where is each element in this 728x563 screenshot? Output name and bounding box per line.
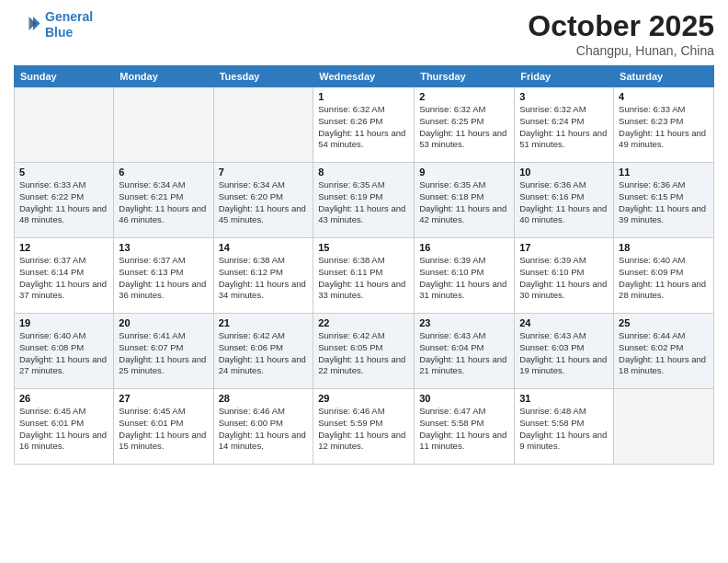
- day-number: 24: [519, 317, 609, 328]
- calendar-cell: 17Sunrise: 6:39 AM Sunset: 6:10 PM Dayli…: [515, 238, 614, 314]
- calendar-cell: 20Sunrise: 6:41 AM Sunset: 6:07 PM Dayli…: [114, 314, 213, 389]
- calendar-week-row: 12Sunrise: 6:37 AM Sunset: 6:14 PM Dayli…: [15, 238, 714, 314]
- calendar-week-row: 19Sunrise: 6:40 AM Sunset: 6:08 PM Dayli…: [15, 314, 714, 389]
- calendar-cell: 13Sunrise: 6:37 AM Sunset: 6:13 PM Dayli…: [114, 238, 213, 314]
- calendar-cell: 28Sunrise: 6:46 AM Sunset: 6:00 PM Dayli…: [213, 389, 313, 465]
- day-number: 5: [19, 167, 108, 178]
- day-info: Sunrise: 6:42 AM Sunset: 6:06 PM Dayligh…: [219, 330, 309, 377]
- day-number: 4: [619, 91, 709, 102]
- day-number: 13: [119, 242, 208, 253]
- logo-text: General Blue: [45, 9, 93, 40]
- day-info: Sunrise: 6:46 AM Sunset: 6:00 PM Dayligh…: [219, 406, 309, 453]
- day-number: 17: [519, 242, 609, 253]
- day-info: Sunrise: 6:46 AM Sunset: 5:59 PM Dayligh…: [318, 406, 409, 453]
- header-wednesday: Wednesday: [313, 66, 415, 87]
- day-info: Sunrise: 6:35 AM Sunset: 6:19 PM Dayligh…: [318, 179, 409, 226]
- calendar-table: Sunday Monday Tuesday Wednesday Thursday…: [14, 65, 714, 465]
- header: General Blue October 2025 Changpu, Hunan…: [14, 9, 714, 58]
- day-number: 7: [219, 167, 309, 178]
- weekday-header-row: Sunday Monday Tuesday Wednesday Thursday…: [15, 66, 714, 87]
- header-sunday: Sunday: [15, 66, 114, 87]
- calendar-cell: 10Sunrise: 6:36 AM Sunset: 6:16 PM Dayli…: [515, 163, 614, 238]
- day-number: 6: [119, 167, 208, 178]
- calendar-cell: 6Sunrise: 6:34 AM Sunset: 6:21 PM Daylig…: [114, 163, 213, 238]
- day-number: 11: [619, 167, 709, 178]
- calendar-cell: 29Sunrise: 6:46 AM Sunset: 5:59 PM Dayli…: [313, 389, 415, 465]
- day-info: Sunrise: 6:34 AM Sunset: 6:21 PM Dayligh…: [119, 179, 208, 226]
- calendar-cell: 31Sunrise: 6:48 AM Sunset: 5:58 PM Dayli…: [515, 389, 614, 465]
- day-number: 10: [519, 167, 609, 178]
- day-info: Sunrise: 6:33 AM Sunset: 6:22 PM Dayligh…: [19, 179, 108, 226]
- day-number: 20: [119, 317, 208, 328]
- day-number: 2: [419, 91, 509, 102]
- day-info: Sunrise: 6:39 AM Sunset: 6:10 PM Dayligh…: [519, 255, 609, 302]
- day-number: 14: [219, 242, 309, 253]
- day-info: Sunrise: 6:38 AM Sunset: 6:11 PM Dayligh…: [318, 255, 409, 302]
- day-number: 1: [318, 91, 409, 102]
- calendar-cell: 16Sunrise: 6:39 AM Sunset: 6:10 PM Dayli…: [415, 238, 515, 314]
- calendar-cell: 26Sunrise: 6:45 AM Sunset: 6:01 PM Dayli…: [15, 389, 114, 465]
- day-number: 30: [419, 393, 509, 404]
- calendar-cell: 30Sunrise: 6:47 AM Sunset: 5:58 PM Dayli…: [415, 389, 515, 465]
- day-number: 18: [619, 242, 709, 253]
- day-info: Sunrise: 6:41 AM Sunset: 6:07 PM Dayligh…: [119, 330, 208, 377]
- day-info: Sunrise: 6:40 AM Sunset: 6:08 PM Dayligh…: [19, 330, 108, 377]
- day-info: Sunrise: 6:36 AM Sunset: 6:16 PM Dayligh…: [519, 179, 609, 226]
- day-number: 27: [119, 393, 208, 404]
- calendar-week-row: 5Sunrise: 6:33 AM Sunset: 6:22 PM Daylig…: [15, 163, 714, 238]
- day-info: Sunrise: 6:48 AM Sunset: 5:58 PM Dayligh…: [519, 406, 609, 453]
- header-friday: Friday: [515, 66, 614, 87]
- day-info: Sunrise: 6:43 AM Sunset: 6:04 PM Dayligh…: [419, 330, 509, 377]
- day-number: 31: [519, 393, 609, 404]
- calendar-cell: 2Sunrise: 6:32 AM Sunset: 6:25 PM Daylig…: [415, 87, 515, 163]
- logo-general: General: [45, 9, 93, 24]
- calendar-cell: 9Sunrise: 6:35 AM Sunset: 6:18 PM Daylig…: [415, 163, 515, 238]
- calendar-cell: 24Sunrise: 6:43 AM Sunset: 6:03 PM Dayli…: [515, 314, 614, 389]
- header-saturday: Saturday: [614, 66, 714, 87]
- header-thursday: Thursday: [415, 66, 515, 87]
- day-info: Sunrise: 6:37 AM Sunset: 6:13 PM Dayligh…: [119, 255, 208, 302]
- calendar-cell: 22Sunrise: 6:42 AM Sunset: 6:05 PM Dayli…: [313, 314, 415, 389]
- day-info: Sunrise: 6:42 AM Sunset: 6:05 PM Dayligh…: [318, 330, 409, 377]
- calendar-cell: 21Sunrise: 6:42 AM Sunset: 6:06 PM Dayli…: [213, 314, 313, 389]
- calendar-cell: 8Sunrise: 6:35 AM Sunset: 6:19 PM Daylig…: [313, 163, 415, 238]
- calendar-cell: 12Sunrise: 6:37 AM Sunset: 6:14 PM Dayli…: [15, 238, 114, 314]
- day-info: Sunrise: 6:38 AM Sunset: 6:12 PM Dayligh…: [219, 255, 309, 302]
- day-number: 29: [318, 393, 409, 404]
- day-info: Sunrise: 6:39 AM Sunset: 6:10 PM Dayligh…: [419, 255, 509, 302]
- calendar-cell: [614, 389, 714, 465]
- day-info: Sunrise: 6:32 AM Sunset: 6:26 PM Dayligh…: [318, 104, 409, 151]
- header-tuesday: Tuesday: [213, 66, 313, 87]
- day-number: 22: [318, 317, 409, 328]
- location: Changpu, Hunan, China: [528, 43, 714, 58]
- day-info: Sunrise: 6:36 AM Sunset: 6:15 PM Dayligh…: [619, 179, 709, 226]
- day-info: Sunrise: 6:32 AM Sunset: 6:24 PM Dayligh…: [519, 104, 609, 151]
- calendar-cell: 3Sunrise: 6:32 AM Sunset: 6:24 PM Daylig…: [515, 87, 614, 163]
- day-number: 26: [19, 393, 108, 404]
- title-block: October 2025 Changpu, Hunan, China: [528, 9, 714, 58]
- calendar-cell: 19Sunrise: 6:40 AM Sunset: 6:08 PM Dayli…: [15, 314, 114, 389]
- day-number: 21: [219, 317, 309, 328]
- logo-blue: Blue: [45, 25, 73, 40]
- day-number: 23: [419, 317, 509, 328]
- calendar-cell: 14Sunrise: 6:38 AM Sunset: 6:12 PM Dayli…: [213, 238, 313, 314]
- calendar-week-row: 1Sunrise: 6:32 AM Sunset: 6:26 PM Daylig…: [15, 87, 714, 163]
- day-info: Sunrise: 6:35 AM Sunset: 6:18 PM Dayligh…: [419, 179, 509, 226]
- day-info: Sunrise: 6:45 AM Sunset: 6:01 PM Dayligh…: [19, 406, 108, 453]
- calendar-cell: 5Sunrise: 6:33 AM Sunset: 6:22 PM Daylig…: [15, 163, 114, 238]
- day-info: Sunrise: 6:33 AM Sunset: 6:23 PM Dayligh…: [619, 104, 709, 151]
- header-monday: Monday: [114, 66, 213, 87]
- day-info: Sunrise: 6:44 AM Sunset: 6:02 PM Dayligh…: [619, 330, 709, 377]
- day-info: Sunrise: 6:37 AM Sunset: 6:14 PM Dayligh…: [19, 255, 108, 302]
- day-number: 3: [519, 91, 609, 102]
- day-info: Sunrise: 6:34 AM Sunset: 6:20 PM Dayligh…: [219, 179, 309, 226]
- calendar-cell: [15, 87, 114, 163]
- day-number: 8: [318, 167, 409, 178]
- day-number: 25: [619, 317, 709, 328]
- calendar-cell: 1Sunrise: 6:32 AM Sunset: 6:26 PM Daylig…: [313, 87, 415, 163]
- calendar-cell: 15Sunrise: 6:38 AM Sunset: 6:11 PM Dayli…: [313, 238, 415, 314]
- day-number: 19: [19, 317, 108, 328]
- calendar-cell: 18Sunrise: 6:40 AM Sunset: 6:09 PM Dayli…: [614, 238, 714, 314]
- day-number: 15: [318, 242, 409, 253]
- calendar-cell: 25Sunrise: 6:44 AM Sunset: 6:02 PM Dayli…: [614, 314, 714, 389]
